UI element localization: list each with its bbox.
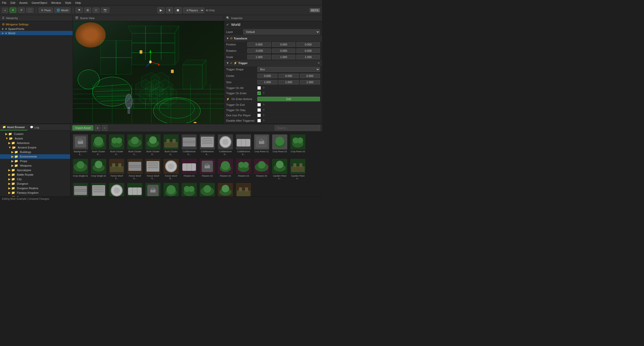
on-enter-edit-button[interactable]: Edit (257, 97, 320, 101)
zoom-in-button[interactable]: + (95, 125, 100, 131)
asset-item[interactable]: Bush Cluster 0... (90, 133, 107, 157)
tree-item-ancient-empire[interactable]: ▼ 📂Ancient Empire (0, 145, 70, 150)
asset-item[interactable]: Fence Woof 0... (126, 158, 143, 181)
trigger-on-stay-checkbox[interactable] (257, 108, 261, 112)
tree-item-dungeon[interactable]: ▶ 📁Dungeon (0, 181, 70, 186)
asset-item[interactable]: Garden Plants... (90, 182, 107, 196)
menu-window[interactable]: Window (51, 1, 61, 4)
refresh-button[interactable]: ↺ (18, 8, 25, 13)
hierarchy-item-spawnpoints[interactable]: ▶ ◈ SpawnPoints (0, 27, 73, 31)
asset-item[interactable]: Garden Plants... (126, 182, 143, 196)
pivot-button[interactable]: ⊙ Pivot (39, 8, 53, 13)
asset-browser-tab[interactable]: 📁 Asset Browser (0, 124, 27, 130)
asset-item[interactable]: Cobblestone 0... (199, 133, 216, 157)
move-tool-button[interactable]: ✦ (10, 8, 16, 13)
rotation-y-input[interactable] (272, 48, 296, 53)
trigger-on-exit-help-icon[interactable]: ? (263, 103, 264, 106)
asset-item[interactable]: Crop Rows 03 (289, 133, 306, 157)
asset-item[interactable]: Ground Row 0... (235, 182, 252, 196)
tree-item-apocalypse[interactable]: ▶ 📁Apocalypse (0, 168, 70, 172)
menu-assets[interactable]: Assets (19, 1, 28, 4)
asset-item[interactable]: Flowers 05 (253, 158, 270, 181)
position-x-input[interactable] (247, 42, 271, 47)
asset-item[interactable]: Crop Single 02 (90, 158, 107, 181)
asset-item[interactable]: Cobblestone 0... (235, 133, 252, 157)
tree-item-battle-royale[interactable]: ▶ 📁Battle Royale (0, 172, 70, 177)
trigger-collapse-icon[interactable]: ▼ (226, 61, 229, 65)
menu-help[interactable]: Help (75, 1, 81, 4)
rotation-x-input[interactable] (247, 48, 271, 53)
rotation-z-input[interactable] (296, 48, 320, 53)
size-z-input[interactable] (300, 80, 320, 84)
trigger-on-enter-checkbox[interactable] (257, 91, 261, 95)
scale-z-input[interactable] (296, 55, 320, 59)
log-tab[interactable]: 💬 Log (27, 124, 42, 130)
scene-view[interactable]: 🎬 Scene View (73, 15, 224, 124)
center-z-input[interactable] (300, 74, 320, 78)
asset-item[interactable]: Fence Woof 0... (144, 158, 162, 181)
asset-item[interactable]: 🏔Garden Plants... (144, 182, 162, 196)
asset-item[interactable]: Garden Plants... (271, 158, 288, 181)
menu-style[interactable]: Style (65, 1, 71, 4)
pause-button[interactable]: ⏸ (166, 7, 173, 13)
tree-item-fantasy-kingdom[interactable]: ▶ 📁Fantasy Kingdom (0, 190, 70, 195)
asset-item[interactable]: Garden Plants... (289, 158, 306, 181)
tree-item-environments[interactable]: ▶ 📁Environments (0, 154, 70, 159)
asset-item[interactable]: Garden Plants... (108, 182, 125, 196)
enabled-checkmark[interactable]: ✔ (226, 23, 229, 27)
asset-item[interactable]: Fence Woof G... (163, 158, 180, 181)
asset-item[interactable]: Grass 02 (181, 182, 198, 196)
tree-item-buildings[interactable]: ▶ 📁Buildings (0, 150, 70, 154)
scale-x-input[interactable] (247, 55, 271, 59)
asset-item[interactable]: Flowers 01 (181, 158, 198, 181)
asset-item[interactable]: Garden Plants... (72, 182, 89, 196)
trigger-on-stay-help-icon[interactable]: ? (263, 109, 264, 112)
trigger-on-hit-help-icon[interactable]: ? (263, 86, 264, 89)
trigger-on-enter-help-icon[interactable]: ? (263, 92, 264, 95)
asset-item[interactable]: Cobblestone 0... (217, 133, 234, 157)
trigger-enabled-check[interactable]: ✔ (230, 62, 232, 65)
world-button[interactable]: 🌐 World (54, 8, 71, 13)
asset-item[interactable]: Ground Row 0... (217, 182, 234, 196)
asset-item[interactable]: Flowers 04 (235, 158, 252, 181)
trigger-shape-select[interactable]: Box (257, 67, 320, 72)
position-y-input[interactable] (272, 42, 296, 47)
players-select[interactable]: 4 Players 1 Player 2 Players 3 Players (183, 8, 204, 13)
asset-item[interactable]: Fence Woof 0... (108, 158, 125, 181)
one-use-checkbox[interactable] (257, 114, 261, 117)
size-y-input[interactable] (278, 80, 299, 84)
asset-item[interactable]: Crop Rows 02 (271, 133, 288, 157)
position-z-input[interactable] (296, 42, 320, 47)
asset-search-input[interactable] (275, 125, 320, 130)
asset-item[interactable]: Crop Single 01 (72, 158, 89, 181)
trigger-on-hit-checkbox[interactable] (257, 86, 261, 90)
tree-item-adventure[interactable]: ▶ 📁Adventure (0, 141, 70, 145)
trigger-close-button[interactable]: ✕ (317, 61, 320, 65)
asset-item[interactable]: Grass 03 (199, 182, 216, 196)
collapse-arrow-icon[interactable]: ▼ (226, 37, 229, 40)
asset-item[interactable]: Bush Cluster 0... (126, 133, 143, 157)
hierarchy-item-minigame[interactable]: ⚙ Minigame Settings (0, 22, 73, 27)
grid-button[interactable]: ⊞ (84, 8, 91, 13)
tree-item-custom[interactable]: ▶ 📁Custom (0, 132, 70, 136)
flag-button[interactable]: ⚑ (76, 8, 83, 13)
layer-select[interactable]: Default (243, 29, 320, 34)
menu-edit[interactable]: Edit (11, 1, 15, 4)
scene-content[interactable] (73, 21, 224, 123)
tree-item-dungeon-realms[interactable]: ▶ 📁Dungeon Realms (0, 186, 70, 190)
play-button[interactable]: ▶ (157, 7, 165, 13)
new-button[interactable]: + (2, 8, 8, 13)
camera-button[interactable]: 📷 (101, 8, 109, 13)
center-y-input[interactable] (278, 74, 299, 78)
asset-item[interactable]: 🏔Crop Rows 01 (253, 133, 270, 157)
asset-item[interactable]: Cobblestone 0... (181, 133, 198, 157)
paint-button[interactable]: ⬡ (93, 8, 100, 13)
tree-item-city[interactable]: ▶ 📁City (0, 177, 70, 181)
disable-after-help-icon[interactable]: ? (263, 119, 264, 122)
center-x-input[interactable] (257, 74, 277, 78)
fullscreen-button[interactable]: ⛶ (26, 8, 33, 13)
one-use-help-icon[interactable]: ? (263, 114, 264, 117)
tree-item-props[interactable]: ▶ 📁Props (0, 159, 70, 163)
asset-item[interactable]: Flowers 03 (217, 158, 234, 181)
disable-after-checkbox[interactable] (257, 119, 261, 122)
